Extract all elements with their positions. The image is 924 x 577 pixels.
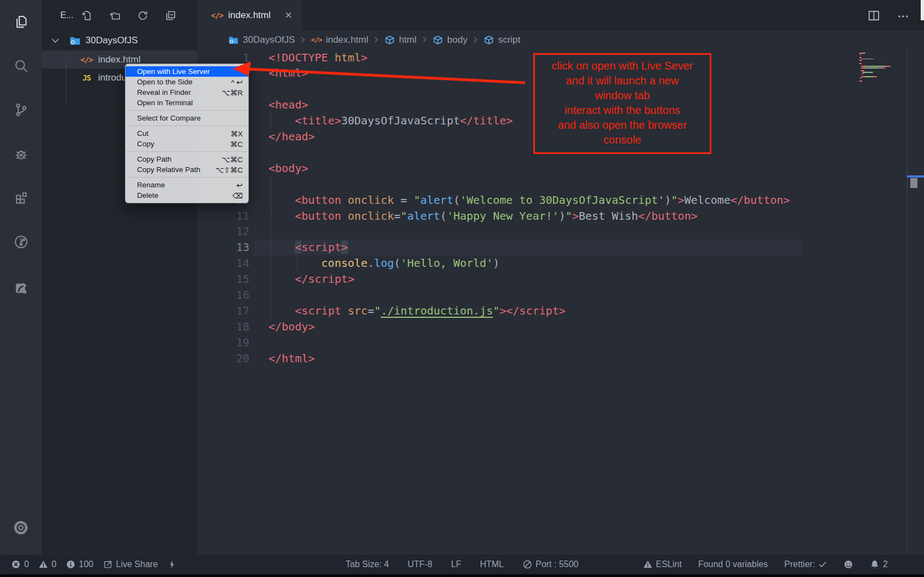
scrollbar-thumb[interactable]: [910, 178, 917, 188]
status-item-warnings[interactable]: 0: [38, 559, 56, 569]
search-icon: [14, 59, 28, 73]
code-line-2[interactable]: <html>: [269, 65, 308, 81]
activity-item-source-control[interactable]: [0, 98, 42, 122]
breadcrumb-label: body: [447, 35, 467, 45]
new-folder-button[interactable]: [109, 10, 121, 21]
breadcrumb-item-html[interactable]: html: [384, 35, 417, 45]
check-icon: [818, 560, 827, 569]
code-line-20[interactable]: </html>: [269, 351, 315, 367]
breadcrumb-item-script[interactable]: script: [483, 35, 521, 45]
status-item-port[interactable]: Port : 5500: [522, 559, 578, 569]
refresh-button[interactable]: [137, 10, 149, 21]
menu-item-copy-relative-path[interactable]: Copy Relative Path⌥⇧⌘C: [126, 164, 248, 175]
new-file-icon: [81, 10, 93, 21]
menu-item-open-in-terminal[interactable]: Open in Terminal: [126, 98, 248, 108]
status-item-eslint[interactable]: ESLint: [643, 559, 682, 569]
status-item-info[interactable]: 100: [66, 559, 94, 569]
line-number: 14: [197, 255, 249, 271]
code-line-1[interactable]: <!DOCTYPE html>: [269, 50, 368, 66]
menu-separator: [126, 110, 248, 111]
status-item-language-mode[interactable]: HTML: [480, 559, 504, 569]
activity-item-settings[interactable]: [0, 516, 42, 540]
overview-ruler-info-marker: [907, 175, 924, 178]
folder-row-30daysofjs[interactable]: 30DaysOfJS: [42, 31, 197, 49]
menu-item-label: Open to the Side: [137, 78, 192, 86]
menu-item-copy-path[interactable]: Copy Path⌥⌘C: [126, 154, 248, 164]
menu-item-cut[interactable]: Cut⌘X: [126, 128, 248, 139]
breadcrumb-item-body[interactable]: body: [432, 35, 467, 45]
activity-item-explorer[interactable]: [0, 10, 42, 34]
minimap[interactable]: [859, 53, 905, 82]
menu-item-open-to-the-side[interactable]: Open to the Side^ ↩: [126, 77, 248, 87]
breadcrumb-label: 30DaysOfJS: [243, 35, 295, 45]
menu-item-label: Cut: [137, 129, 149, 138]
status-item-variables[interactable]: Found 0 variables: [698, 559, 768, 569]
status-item-eol[interactable]: LF: [451, 559, 461, 569]
menu-item-shortcut: ⌫: [232, 191, 243, 200]
activity-item-search[interactable]: [0, 54, 42, 78]
folder-icon: [228, 35, 239, 45]
code-line-6[interactable]: </head>: [269, 129, 315, 145]
status-item-feedback[interactable]: [843, 559, 853, 569]
code-line-14[interactable]: console.log('Hello, World'): [269, 255, 499, 271]
tab-index-html[interactable]: </> index.html: [198, 0, 302, 30]
breadcrumb-item-index-html[interactable]: </>index.html: [311, 35, 368, 45]
chevron-right-icon: [372, 36, 380, 44]
annotation-text-line: click on open with Live Sever: [535, 59, 710, 73]
code-line-15[interactable]: </script>: [269, 271, 355, 287]
activity-item-live-share[interactable]: [0, 276, 42, 300]
chevron-right-icon: [471, 36, 480, 44]
line-number: 16: [197, 287, 249, 303]
menu-item-reveal-in-finder[interactable]: Reveal in Finder⌥⌘R: [126, 87, 248, 98]
line-number: 17: [197, 303, 249, 319]
cube-icon: [432, 35, 443, 45]
activity-item-extensions[interactable]: [0, 186, 42, 210]
collapse-all-button[interactable]: [165, 10, 176, 21]
menu-separator: [126, 177, 248, 178]
code-line-10[interactable]: <button onclick = "alert('Welcome to 30D…: [269, 192, 790, 208]
code-line-13[interactable]: <script>: [269, 239, 348, 255]
status-item-label: 0: [52, 559, 56, 569]
split-editor-icon[interactable]: [867, 9, 881, 22]
status-item-prettier[interactable]: Prettier:: [784, 559, 827, 569]
menu-item-shortcut: ⌥⌘R: [221, 88, 243, 97]
gear-icon: [13, 519, 29, 536]
activity-item-history[interactable]: [0, 230, 42, 254]
menu-item-rename[interactable]: Rename↩: [126, 180, 248, 190]
status-item-encoding[interactable]: UTF-8: [408, 559, 432, 569]
status-item-notifications[interactable]: 2: [870, 559, 888, 569]
blocked-circle-icon: [522, 559, 532, 569]
status-item-live-share[interactable]: Live Share: [103, 559, 158, 569]
status-item-label: Port : 5500: [535, 559, 578, 569]
status-item-live-server-lightning[interactable]: [167, 559, 177, 569]
html-file-icon: </>: [211, 11, 223, 20]
code-line-18[interactable]: </body>: [269, 319, 315, 335]
menu-item-select-for-compare[interactable]: Select for Compare: [126, 113, 248, 123]
annotation-text-line: and also open the browser: [535, 118, 710, 133]
code-line-17[interactable]: <script src="./introduction.js"></script…: [269, 303, 566, 319]
code-line-5[interactable]: <title>30DaysOfJavaScript</title>: [269, 113, 513, 129]
menu-item-shortcut: ⌘C: [230, 140, 243, 148]
menu-item-shortcut: ⌥⇧⌘C: [215, 165, 243, 174]
code-line-8[interactable]: <body>: [269, 161, 308, 176]
menu-item-label: Copy Relative Path: [137, 165, 201, 174]
menu-item-label: Copy Path: [137, 155, 172, 163]
activity-item-run-debug[interactable]: [0, 142, 42, 166]
status-bar: 00100Live Share Tab Size: 4UTF-8LFHTMLPo…: [0, 555, 924, 574]
menu-item-delete[interactable]: Delete⌫: [126, 190, 248, 201]
menu-item-open-with-live-server[interactable]: Open with Live Server: [126, 66, 248, 77]
new-file-button[interactable]: [81, 10, 93, 21]
menu-item-shortcut: ⌥⌘C: [221, 155, 243, 164]
code-line-4[interactable]: <head>: [269, 97, 308, 113]
more-actions-icon[interactable]: [897, 10, 910, 23]
explorer-actions: [81, 5, 176, 25]
status-item-errors[interactable]: 0: [11, 559, 29, 569]
editor-scrollbar-divider: [907, 49, 908, 555]
status-item-label: ESLint: [656, 559, 682, 569]
breadcrumb-item-30daysofjs[interactable]: 30DaysOfJS: [228, 35, 295, 45]
close-icon[interactable]: [284, 10, 293, 20]
window-bottom-strip: [0, 574, 924, 577]
status-item-tab-size[interactable]: Tab Size: 4: [346, 559, 389, 569]
code-line-11[interactable]: <button onclick="alert('Happy New Year!'…: [269, 208, 698, 224]
menu-item-copy[interactable]: Copy⌘C: [126, 139, 248, 149]
